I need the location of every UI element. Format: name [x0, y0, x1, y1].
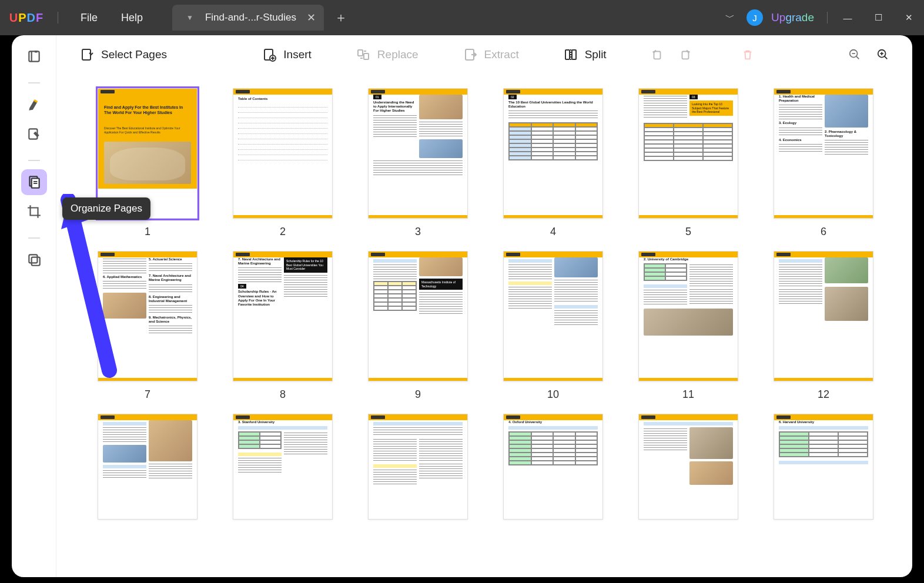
reader-mode-button[interactable] — [21, 43, 47, 69]
svg-rect-15 — [654, 52, 660, 59]
svg-rect-5 — [29, 254, 37, 263]
tab-dropdown-icon[interactable]: ▼ — [183, 14, 197, 22]
page-thumbnail[interactable]: Massachusetts Institute of Technology 9 — [368, 251, 468, 401]
zoom-in-icon — [876, 48, 889, 61]
cover-subtitle: Discover The Best Educational Institute … — [104, 126, 180, 134]
comment-mode-button[interactable] — [21, 92, 47, 118]
new-tab-button[interactable]: ＋ — [324, 9, 358, 26]
split-button[interactable]: Split — [558, 44, 612, 65]
page-thumbnail[interactable]: 2. University of Cambridge — [638, 251, 738, 401]
page-preview: 7. Naval Architecture and Marine Enginee… — [233, 251, 333, 381]
rotate-right-icon — [679, 48, 692, 61]
titlebar: UPDF File Help ▼ Find-and-...r-Studies ✕… — [0, 0, 924, 35]
page-preview — [774, 251, 873, 381]
zoom-out-icon — [848, 48, 861, 61]
zoom-in-button[interactable] — [871, 43, 895, 66]
page-thumbnail[interactable] — [98, 414, 197, 520]
user-avatar[interactable]: J — [746, 9, 763, 26]
upgrade-button[interactable]: Upgrade — [771, 11, 814, 24]
page-thumbnail[interactable]: 6. Applied Mathematics 5. Actuarial Scie… — [98, 251, 197, 401]
page-preview: 6. Harvard University — [774, 414, 873, 520]
svg-rect-7 — [82, 49, 91, 60]
watermark-mode-button[interactable] — [21, 247, 47, 273]
select-pages-label: Select Pages — [101, 48, 167, 61]
book-icon — [26, 49, 42, 64]
window-menu-icon[interactable]: ﹀ — [719, 12, 741, 24]
extract-label: Extract — [484, 48, 519, 61]
page-thumbnail[interactable]: 12 — [774, 251, 873, 401]
page-number: 2 — [280, 226, 286, 238]
page-thumbnail[interactable]: 4. Oxford University — [503, 414, 603, 520]
layers-icon — [26, 252, 42, 267]
page-number: 8 — [280, 388, 286, 401]
svg-rect-14 — [572, 50, 576, 59]
rotate-right-button — [674, 43, 697, 66]
crop-mode-button[interactable] — [21, 199, 47, 225]
highlighter-icon — [26, 97, 42, 112]
page-preview: 4. Oxford University — [503, 414, 603, 520]
page-thumbnail[interactable]: 7. Naval Architecture and Marine Enginee… — [233, 251, 333, 401]
page-thumbnail[interactable]: 01 Understanding the Need to Apply Inter… — [368, 88, 468, 238]
page-preview: Table of Contents — [233, 88, 333, 219]
page-preview: 3. Stanford University — [233, 414, 333, 520]
edit-page-icon — [26, 126, 42, 142]
page-preview: 01 Understanding the Need to Apply Inter… — [368, 88, 468, 219]
svg-rect-13 — [565, 50, 570, 59]
page-thumbnail[interactable]: 3. Stanford University — [233, 414, 333, 520]
page-thumbnail[interactable]: 03 Looking Into the Top 10 Subject Major… — [638, 88, 738, 238]
window-minimize-button[interactable]: ― — [832, 0, 863, 35]
replace-button: Replace — [350, 44, 424, 65]
page-thumbnail[interactable]: Table of Contents 2 — [233, 88, 333, 238]
page-preview: Massachusetts Institute of Technology — [368, 251, 468, 381]
page-thumbnail[interactable]: 1. Health and Medical Preparation 3. Eco… — [774, 88, 873, 238]
replace-label: Replace — [377, 48, 419, 61]
window-maximize-button[interactable]: ☐ — [863, 0, 893, 35]
thumbnail-grid: Find and Apply For the Best Institutes I… — [56, 74, 912, 577]
page-thumbnail[interactable] — [638, 414, 738, 520]
page-preview — [98, 414, 197, 520]
workarea: Organize Pages Select Pages Insert Repla… — [12, 35, 912, 577]
page-thumbnail[interactable]: 10 — [503, 251, 603, 401]
menu-file[interactable]: File — [81, 12, 98, 24]
window-close-button[interactable]: ✕ — [893, 0, 924, 35]
organize-pages-button[interactable] — [21, 169, 47, 195]
document-tab[interactable]: ▼ Find-and-...r-Studies ✕ — [172, 5, 324, 31]
tab-close-icon[interactable]: ✕ — [304, 11, 318, 24]
insert-icon — [262, 48, 276, 62]
edit-mode-button[interactable] — [21, 121, 47, 147]
insert-button[interactable]: Insert — [256, 44, 317, 65]
page-preview: 1. Health and Medical Preparation 3. Eco… — [774, 88, 873, 219]
page-number: 12 — [818, 388, 829, 401]
delete-button — [736, 43, 759, 66]
trash-icon — [741, 48, 754, 61]
split-icon — [564, 48, 578, 62]
svg-rect-1 — [35, 51, 37, 52]
replace-icon — [356, 48, 370, 62]
zoom-out-button[interactable] — [843, 43, 866, 66]
svg-rect-6 — [31, 257, 39, 266]
organize-toolbar: Select Pages Insert Replace Extract Spli… — [56, 35, 912, 74]
select-pages-button[interactable]: Select Pages — [74, 44, 173, 65]
rotate-left-icon — [651, 48, 664, 61]
svg-rect-10 — [358, 50, 363, 56]
crop-icon — [26, 204, 42, 219]
pages-stack-icon — [26, 175, 42, 190]
svg-rect-0 — [29, 51, 39, 61]
cover-title: Find and Apply For the Best Institutes I… — [104, 105, 185, 116]
page-number: 11 — [682, 388, 694, 401]
page-number: 9 — [415, 388, 421, 401]
page-thumbnail[interactable] — [368, 414, 468, 520]
page-thumbnail[interactable]: 02 The 10 Best Global Universities Leadi… — [503, 88, 603, 238]
left-sidebar — [12, 35, 56, 577]
page-number: 7 — [145, 388, 150, 401]
page-preview: 02 The 10 Best Global Universities Leadi… — [503, 88, 603, 219]
page-preview — [368, 414, 468, 520]
page-preview — [503, 251, 603, 381]
tooltip-organize-pages: Organize Pages — [62, 197, 150, 220]
page-thumbnail[interactable]: 6. Harvard University — [774, 414, 873, 520]
extract-icon — [463, 48, 477, 62]
tab-title: Find-and-...r-Studies — [205, 12, 296, 24]
page-number: 6 — [821, 226, 826, 238]
menu-help[interactable]: Help — [121, 12, 143, 24]
main-menu: File Help — [63, 12, 160, 24]
